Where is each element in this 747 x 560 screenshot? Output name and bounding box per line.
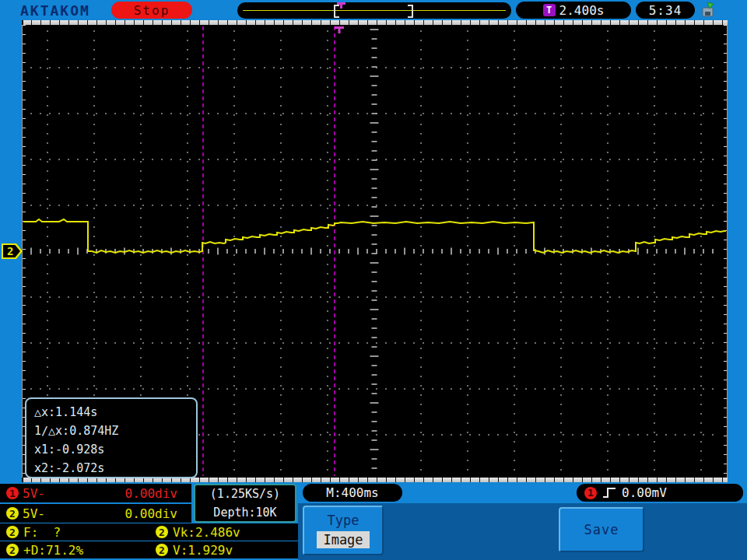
trigger-level-value: 0.00mV <box>622 485 667 500</box>
channel2-info-row: 2 5V- 0.00div <box>0 504 191 523</box>
menu-type-button[interactable]: Type Image <box>303 506 384 555</box>
brand-logo: AKTAKOM <box>20 2 90 19</box>
menu-type-value: Image <box>317 531 369 548</box>
channel2-scale: 5V- <box>23 506 45 521</box>
memory-depth: Depth:10K <box>213 503 276 522</box>
menu-save-button[interactable]: Save <box>559 507 644 552</box>
acquisition-info-box: (1.25KS/s) Depth:10K <box>194 484 296 523</box>
measure-vk: Vk:2.486v <box>173 525 240 540</box>
trigger-time-readout: T 2.400s <box>516 2 631 19</box>
usb-disk-icon <box>700 2 717 18</box>
run-stop-button[interactable]: Stop <box>111 2 192 19</box>
channel1-scale: 5V- <box>23 486 45 501</box>
measure-frequency: F: ? <box>23 525 61 540</box>
measure-ch-badge: 2 <box>156 526 168 538</box>
measure-ch-badge: 2 <box>156 544 168 556</box>
trigger-t-icon: T <box>543 4 556 16</box>
record-span-line <box>243 10 506 12</box>
measure-voltage: V:1.929v <box>173 543 233 558</box>
measurement-row-1: 2 F: ? 2 Vk:2.486v <box>0 523 298 541</box>
measurement-row-2: 2 +D:71.2% 2 V:1.929v <box>0 541 298 558</box>
record-position-bar <box>237 2 511 19</box>
trigger-channel-badge: 1 <box>584 487 597 499</box>
trigger-level-readout: 1 0.00mV <box>577 484 743 502</box>
timebase-readout: M:400ms <box>303 484 402 502</box>
channel1-info-row: 1 5V- 0.00div <box>0 484 191 502</box>
measure-ch-badge: 2 <box>6 544 19 556</box>
sample-rate: (1.25KS/s) <box>210 485 280 503</box>
rising-edge-icon <box>601 486 617 499</box>
cursor-dx-value: △x:1.144s <box>34 403 196 422</box>
channel2-badge: 2 <box>6 507 19 520</box>
channel1-badge: 1 <box>6 487 19 499</box>
channel2-position-marker: 2 <box>2 243 23 259</box>
channel1-offset: 0.00div <box>125 486 185 501</box>
menu-type-label: Type <box>328 513 359 528</box>
cursor-freq-value: 1∕△x:0.874HZ <box>34 422 196 440</box>
soft-menu-panel: Type Image Save <box>298 503 747 560</box>
window-right-bracket <box>408 5 413 18</box>
trigger-position-marker-icon <box>337 2 345 5</box>
clock-readout: 5:34 <box>636 2 695 19</box>
trigger-time-value: 2.400s <box>559 3 605 18</box>
window-left-bracket <box>334 5 339 18</box>
cursor-x2-value: x2:-2.072s <box>34 459 196 478</box>
channel2-offset: 0.00div <box>125 506 185 521</box>
cursor-x1-value: x1:-0.928s <box>34 440 196 459</box>
measure-duty: +D:71.2% <box>23 543 83 558</box>
measure-ch-badge: 2 <box>6 526 19 538</box>
cursor-readout-panel: △x:1.144s 1∕△x:0.874HZ x1:-0.928s x2:-2.… <box>25 397 198 478</box>
